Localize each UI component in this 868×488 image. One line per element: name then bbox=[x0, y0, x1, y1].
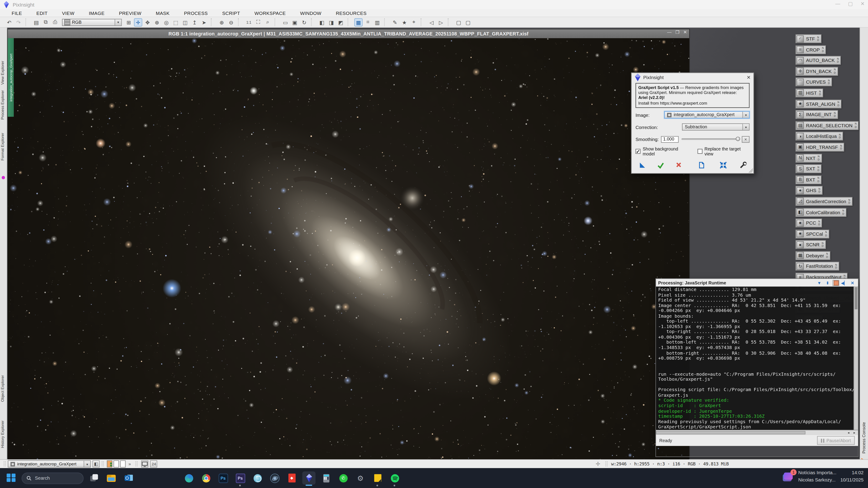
annotate-icon[interactable]: ✎ bbox=[391, 18, 399, 26]
menu-process[interactable]: PROCESS bbox=[177, 10, 215, 15]
workspace-thumbnail-active[interactable] bbox=[107, 460, 112, 468]
app-close-button[interactable]: ✕ bbox=[861, 1, 865, 6]
process-icon-fastrotation[interactable]: ↻FastRotationND bbox=[796, 262, 839, 271]
taskbar-app-whatsapp[interactable]: ✆ bbox=[337, 471, 350, 485]
instance-drag-targets[interactable]: ND bbox=[818, 155, 819, 161]
image-minimize-button[interactable]: — bbox=[667, 30, 672, 35]
replace-target-checkbox[interactable] bbox=[698, 149, 702, 154]
console-titlebar[interactable]: Processing: JavaScript Runtime ▼ ⬍ ◀▏ ✕ bbox=[656, 279, 858, 287]
pause-abort-button[interactable]: Pause/Abort bbox=[817, 436, 855, 445]
mask-enable-icon[interactable]: ◨ bbox=[327, 18, 336, 26]
taskbar-app-spotify[interactable] bbox=[388, 471, 401, 485]
menu-script[interactable]: SCRIPT bbox=[215, 10, 247, 15]
workspace-1-icon[interactable]: ▢ bbox=[455, 18, 463, 26]
news-widget-icon[interactable]: 1 bbox=[783, 471, 795, 483]
taskbar-app-pixinsight[interactable] bbox=[302, 471, 315, 485]
taskbar-app-settings[interactable]: ⚙ bbox=[354, 471, 367, 485]
clear-value-icon[interactable]: ⨯ bbox=[742, 136, 749, 142]
taskbar-app-red-media-app[interactable]: ◆ bbox=[285, 471, 298, 485]
taskbar-app-siril[interactable] bbox=[251, 471, 264, 485]
zoom-fit-icon[interactable]: ⛶ bbox=[254, 18, 262, 26]
menu-workspace[interactable]: WORKSPACE bbox=[247, 10, 293, 15]
redo-icon[interactable]: ↷ bbox=[14, 18, 23, 26]
process-icon-gradientcorrection[interactable]: ◿GradientCorrectionND bbox=[796, 197, 852, 206]
image-select[interactable]: integration_autocrop_GraXpert ▼ bbox=[664, 111, 749, 119]
instance-drag-targets[interactable]: ND bbox=[835, 263, 837, 269]
taskbar-app-photoshop-dark[interactable]: Ps bbox=[217, 471, 230, 485]
taskbar-app-task-view[interactable] bbox=[88, 471, 101, 485]
process-icon-auto_back[interactable]: ◠AUTO_BACKND bbox=[796, 56, 841, 65]
clock-date[interactable]: 10/11/2025 bbox=[840, 477, 864, 484]
instance-drag-targets[interactable]: ND bbox=[834, 68, 836, 74]
pan-mode-icon[interactable]: ✥ bbox=[143, 18, 152, 26]
instance-drag-targets[interactable]: ND bbox=[842, 209, 844, 215]
zoom-11-icon[interactable]: 1:1 bbox=[245, 18, 253, 26]
chevron-down-icon[interactable]: ▼ bbox=[742, 112, 749, 118]
image-close-button[interactable]: ✕ bbox=[683, 30, 687, 35]
process-icon-pcc[interactable]: ✷PCCND bbox=[796, 219, 822, 228]
instance-drag-targets[interactable]: ND bbox=[818, 220, 820, 226]
taskbar-app-sticky-notes[interactable] bbox=[371, 471, 384, 485]
app-minimize-button[interactable]: — bbox=[835, 1, 840, 6]
instance-drag-targets[interactable]: ND bbox=[817, 166, 819, 172]
select-tool-icon[interactable]: ➤ bbox=[200, 18, 208, 26]
explorer-tab-format[interactable]: Format Explorer bbox=[0, 133, 4, 161]
instance-drag-targets[interactable]: ND bbox=[817, 177, 819, 183]
image-window-titlebar[interactable]: RGB 1:1 integration_autocrop_GraXpert | … bbox=[8, 29, 689, 38]
mask-show-icon[interactable]: ◧ bbox=[318, 18, 326, 26]
instance-drag-targets[interactable]: ND bbox=[819, 90, 821, 96]
show-background-checkbox[interactable]: ✓ bbox=[636, 149, 640, 154]
explorer-tab-process[interactable]: Process Explorer bbox=[0, 90, 4, 120]
menu-resources[interactable]: RESOURCES bbox=[329, 10, 374, 15]
duplicate-image-icon[interactable]: ⧉ bbox=[41, 18, 50, 26]
instance-drag-targets[interactable]: ND bbox=[834, 111, 836, 118]
process-icon-debayer[interactable]: ▦DebayerND bbox=[796, 251, 830, 260]
slider-thumb[interactable] bbox=[736, 137, 740, 141]
zoom-out-icon[interactable]: ⊖ bbox=[227, 18, 235, 26]
zoom-in-icon[interactable]: ⊕ bbox=[217, 18, 226, 26]
process-icon-stf[interactable]: ◜STFND bbox=[796, 34, 821, 43]
stf-toggle-icon[interactable]: ▭ bbox=[281, 18, 289, 26]
preferences-wrench-icon[interactable] bbox=[739, 161, 747, 169]
process-console-window[interactable]: Processing: JavaScript Runtime ▼ ⬍ ◀▏ ✕ … bbox=[655, 278, 859, 457]
taskbar-app-galaxy-app[interactable] bbox=[268, 471, 281, 485]
process-console-tab[interactable]: Process Console bbox=[862, 422, 866, 454]
menu-window[interactable]: WINDOW bbox=[293, 10, 329, 15]
instance-drag-targets[interactable]: ND bbox=[817, 36, 819, 41]
menu-edit[interactable]: EDIT bbox=[29, 10, 55, 15]
process-icon-bxt[interactable]: BBXTND bbox=[796, 175, 822, 184]
menu-image[interactable]: IMAGE bbox=[82, 10, 112, 15]
next-view-icon[interactable]: ▷ bbox=[437, 18, 445, 26]
clock-time[interactable]: 14:02 bbox=[852, 469, 864, 477]
process-icon-crop[interactable]: ⌗CROPND bbox=[796, 45, 826, 54]
process-icon-localhistequa[interactable]: ◑LocalHistEquaND bbox=[796, 132, 843, 141]
process-icon-colorcalibration[interactable]: ◧ColorCalibrationND bbox=[796, 208, 846, 217]
scroll-arrows-icon[interactable]: ◂ ▸ bbox=[848, 430, 857, 434]
notification-title[interactable]: Notícias Importa... bbox=[798, 469, 836, 477]
explorer-tab-object[interactable]: Object Explorer bbox=[0, 375, 4, 402]
system-tray[interactable]: 1 Notícias Importa... 14:02 Nicolas Sark… bbox=[783, 469, 864, 484]
resize-vert-icon[interactable]: ⬍ bbox=[825, 280, 831, 286]
chevron-down-icon[interactable]: ▼ bbox=[742, 124, 749, 130]
expand-selection-icon[interactable]: ⊞ bbox=[125, 18, 133, 26]
chevron-down-icon[interactable]: ▼ bbox=[84, 461, 90, 467]
explorer-tab-view[interactable]: View Explorer bbox=[0, 61, 4, 85]
workspace-thumbnail[interactable] bbox=[120, 460, 125, 468]
stf-auto-icon[interactable]: ▣ bbox=[291, 18, 299, 26]
process-icon-hist[interactable]: ▥HISTND bbox=[796, 89, 823, 97]
explorer-tab-history[interactable]: History Explorer bbox=[0, 420, 4, 448]
image-restore-button[interactable]: ❐ bbox=[675, 30, 680, 35]
graxpert-dialog[interactable]: PixInsight ✕ GraXpert Script v1.5 — Remo… bbox=[631, 72, 754, 174]
instance-drag-targets[interactable]: ND bbox=[822, 242, 824, 248]
execute-button[interactable] bbox=[656, 161, 664, 169]
grid-icon[interactable]: ⌗ bbox=[364, 18, 372, 26]
instance-drag-targets[interactable]: ND bbox=[839, 133, 841, 139]
overflow-chevron[interactable]: » bbox=[128, 461, 131, 466]
m31-andromeda-image[interactable] bbox=[8, 38, 689, 459]
drag-handle[interactable] bbox=[3, 461, 6, 467]
stf-reset-icon[interactable]: ↻ bbox=[300, 18, 308, 26]
new-image-icon[interactable]: ▤ bbox=[32, 18, 40, 26]
instance-drag-targets[interactable]: ND bbox=[825, 231, 827, 237]
instance-drag-targets[interactable]: ND bbox=[818, 188, 820, 193]
process-icon-ghs[interactable]: ✦GHSND bbox=[796, 186, 823, 195]
